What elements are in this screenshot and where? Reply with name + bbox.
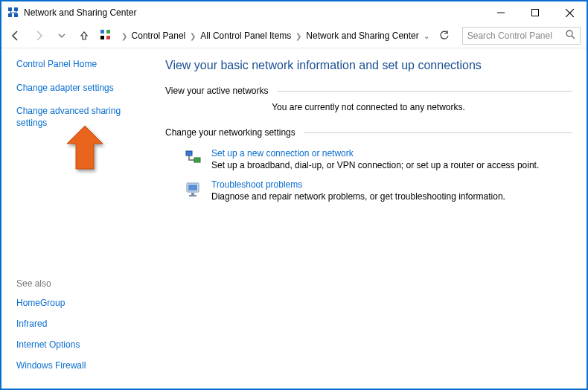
address-bar: ❯ Control Panel ❯ All Control Panel Item…: [1, 24, 587, 48]
divider: [304, 132, 572, 133]
seealso-homegroup[interactable]: HomeGroup: [16, 298, 147, 308]
svg-rect-19: [189, 195, 196, 196]
svg-point-12: [566, 31, 572, 36]
option-desc: Set up a broadband, dial-up, or VPN conn…: [211, 160, 539, 170]
svg-rect-8: [100, 30, 104, 33]
setup-connection-icon: [183, 148, 204, 169]
option-title: Set up a new connection or network: [211, 148, 539, 159]
troubleshoot-icon: [183, 179, 204, 200]
control-panel-icon: [99, 28, 112, 44]
svg-rect-1: [14, 7, 18, 11]
search-icon: [566, 30, 575, 42]
svg-rect-17: [188, 185, 197, 191]
breadcrumb-item[interactable]: All Control Panel Items: [199, 29, 293, 42]
troubleshoot-option[interactable]: Troubleshoot problems Diagnose and repai…: [165, 175, 572, 206]
active-networks-note: You are currently not connected to any n…: [165, 102, 572, 112]
section-header: Change your networking settings: [165, 127, 295, 138]
see-also-header: See also: [16, 278, 147, 289]
svg-line-13: [572, 36, 575, 39]
svg-rect-11: [106, 36, 110, 39]
sidebar: Control Panel Home Change adapter settin…: [1, 48, 158, 389]
divider: [278, 91, 572, 92]
seealso-infrared[interactable]: Infrared: [16, 319, 147, 329]
option-desc: Diagnose and repair network problems, or…: [211, 191, 505, 202]
change-settings-section: Change your networking settings Set up a…: [165, 127, 572, 206]
back-button[interactable]: [7, 27, 25, 45]
seealso-windows-firewall[interactable]: Windows Firewall: [16, 360, 147, 371]
sidebar-link-advanced-sharing[interactable]: Change advanced sharing settings: [16, 106, 147, 129]
option-title: Troubleshoot problems: [211, 179, 505, 190]
close-button[interactable]: [552, 1, 587, 24]
page-heading: View your basic network information and …: [165, 59, 572, 72]
svg-rect-18: [191, 193, 194, 195]
svg-rect-0: [8, 7, 12, 11]
breadcrumb-item[interactable]: Control Panel: [130, 29, 188, 42]
chevron-down-icon[interactable]: ⌄: [424, 32, 429, 40]
svg-rect-9: [106, 30, 110, 33]
chevron-right-icon: ❯: [295, 32, 301, 40]
breadcrumb-item[interactable]: Network and Sharing Center: [304, 29, 420, 42]
search-input[interactable]: Search Control Panel: [462, 27, 581, 45]
active-networks-section: View your active networks You are curren…: [165, 86, 572, 112]
search-placeholder: Search Control Panel: [467, 31, 566, 41]
seealso-internet-options[interactable]: Internet Options: [16, 339, 147, 350]
setup-connection-option[interactable]: Set up a new connection or network Set u…: [165, 144, 572, 175]
sidebar-link-home[interactable]: Control Panel Home: [16, 59, 147, 71]
maximize-button[interactable]: [518, 1, 552, 24]
forward-button[interactable]: [31, 27, 48, 45]
svg-rect-14: [186, 151, 192, 156]
refresh-button[interactable]: [437, 28, 452, 43]
window-title: Network and Sharing Center: [24, 7, 136, 18]
breadcrumb[interactable]: ❯ Control Panel ❯ All Control Panel Item…: [118, 28, 456, 43]
chevron-right-icon: ❯: [121, 32, 127, 40]
title-bar: Network and Sharing Center: [1, 1, 587, 24]
main-content: View your basic network information and …: [158, 48, 587, 389]
section-header: View your active networks: [165, 86, 269, 96]
svg-rect-10: [100, 36, 104, 39]
network-center-icon: [7, 7, 19, 19]
chevron-right-icon: ❯: [190, 32, 196, 40]
up-button[interactable]: [76, 27, 93, 45]
svg-rect-5: [532, 10, 539, 16]
sidebar-link-adapter[interactable]: Change adapter settings: [16, 83, 147, 95]
minimize-button[interactable]: [484, 1, 518, 24]
pointer-arrow-annotation: [64, 124, 106, 172]
svg-rect-15: [194, 158, 200, 162]
recent-locations-button[interactable]: [53, 27, 70, 45]
